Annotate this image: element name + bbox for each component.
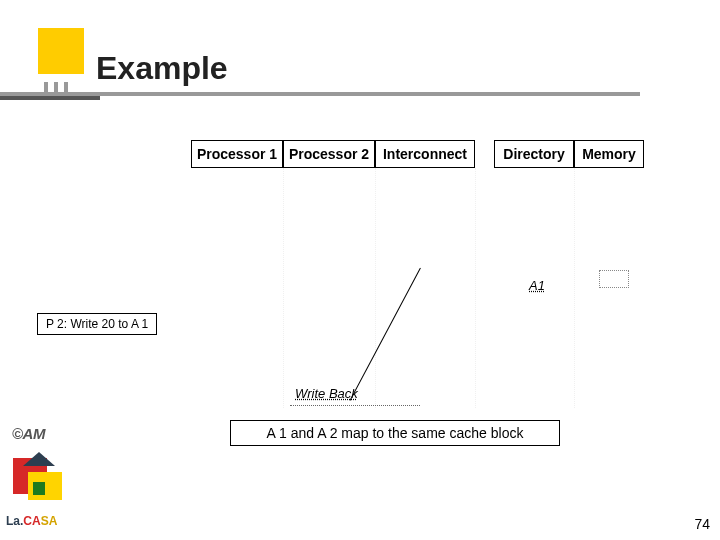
slide-title: Example — [96, 50, 228, 87]
col-header-interconnect: Interconnect — [375, 140, 475, 168]
directory-entry: A1 — [529, 278, 545, 293]
column-guide — [375, 168, 376, 408]
col-header-memory: Memory — [574, 140, 644, 168]
column-guide — [475, 168, 476, 408]
header-tick-icon — [64, 82, 68, 92]
logo-roof-icon — [23, 452, 55, 466]
footer-note: A 1 and A 2 map to the same cache block — [230, 420, 560, 446]
col-header-directory: Directory — [494, 140, 574, 168]
header-tick-icon — [44, 82, 48, 92]
col-header-processor-2: Processor 2 — [283, 140, 375, 168]
logo-green-block — [33, 482, 45, 495]
col-header-processor-1: Processor 1 — [191, 140, 283, 168]
header-rule-accent — [0, 96, 100, 100]
header-tick-icon — [54, 82, 58, 92]
header-accent-box — [38, 28, 84, 74]
page-number: 74 — [694, 516, 710, 532]
row-separator — [290, 405, 420, 406]
footer-note-text: A 1 and A 2 map to the same cache block — [267, 425, 524, 441]
event-p2-write: P 2: Write 20 to A 1 — [37, 313, 157, 335]
column-guide — [574, 168, 575, 408]
slide: Example Processor 1 Processor 2 Intercon… — [0, 0, 720, 540]
column-guide — [283, 168, 284, 408]
logo-text-sa: SA — [41, 514, 58, 528]
lacasa-wordmark: La.CASA — [6, 514, 57, 528]
logo-text-la: La. — [6, 514, 23, 528]
logo-text-ca: CA — [23, 514, 40, 528]
message-line — [350, 268, 421, 401]
memory-cell-outline — [599, 270, 629, 288]
interconnect-msg: Write Back — [295, 386, 358, 401]
author-mark: ©AM — [12, 425, 45, 442]
